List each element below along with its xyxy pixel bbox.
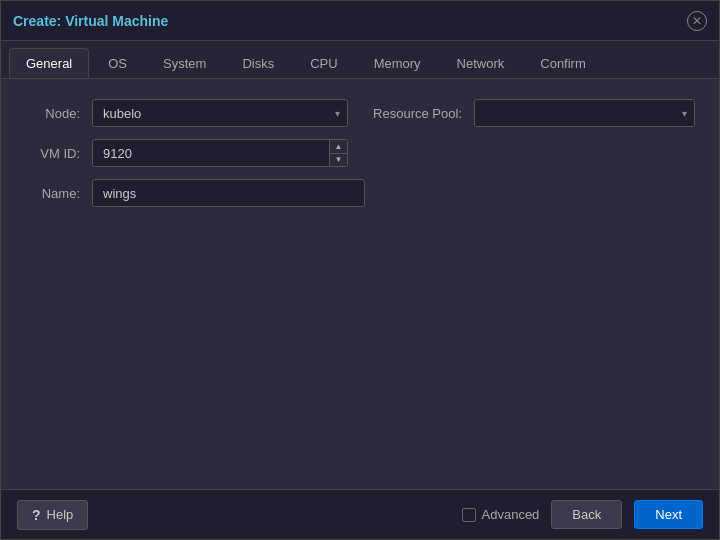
advanced-text: Advanced	[482, 507, 540, 522]
tab-memory[interactable]: Memory	[357, 48, 438, 78]
help-label: Help	[47, 507, 74, 522]
vmid-label: VM ID:	[25, 146, 80, 161]
vmid-spin-up[interactable]: ▲	[330, 140, 347, 154]
advanced-label: Advanced	[462, 507, 540, 522]
vmid-spinner: ▲ ▼	[329, 140, 347, 166]
window-title: Create: Virtual Machine	[13, 13, 168, 29]
close-button[interactable]: ✕	[687, 11, 707, 31]
help-button[interactable]: ? Help	[17, 500, 88, 530]
advanced-checkbox[interactable]	[462, 508, 476, 522]
tab-system[interactable]: System	[146, 48, 223, 78]
title-bar: Create: Virtual Machine ✕	[1, 1, 719, 41]
tab-os[interactable]: OS	[91, 48, 144, 78]
name-control	[92, 179, 365, 207]
resource-pool-label: Resource Pool:	[372, 106, 462, 121]
resource-pool-row: Resource Pool: ▾	[372, 99, 695, 127]
vmid-row: VM ID: ▲ ▼	[25, 139, 348, 167]
resource-pool-control: ▾	[474, 99, 695, 127]
node-label: Node:	[25, 106, 80, 121]
node-row: Node: kubelo ▾	[25, 99, 348, 127]
vmid-spin-down[interactable]: ▼	[330, 154, 347, 167]
tab-bar: General OS System Disks CPU Memory Netwo…	[1, 41, 719, 79]
tab-general[interactable]: General	[9, 48, 89, 78]
tab-cpu[interactable]: CPU	[293, 48, 354, 78]
tab-disks[interactable]: Disks	[225, 48, 291, 78]
node-control: kubelo ▾	[92, 99, 348, 127]
vmid-control: ▲ ▼	[92, 139, 348, 167]
back-button[interactable]: Back	[551, 500, 622, 529]
next-button[interactable]: Next	[634, 500, 703, 529]
footer-right: Advanced Back Next	[462, 500, 703, 529]
form-grid: Node: kubelo ▾ Resource Pool: ▾	[25, 99, 695, 167]
name-row: Name:	[25, 179, 365, 207]
tab-confirm[interactable]: Confirm	[523, 48, 603, 78]
content-area: Node: kubelo ▾ Resource Pool: ▾	[1, 79, 719, 489]
footer: ? Help Advanced Back Next	[1, 489, 719, 539]
window: Create: Virtual Machine ✕ General OS Sys…	[0, 0, 720, 540]
name-label: Name:	[25, 186, 80, 201]
tab-network[interactable]: Network	[440, 48, 522, 78]
question-icon: ?	[32, 507, 41, 523]
node-select[interactable]: kubelo	[92, 99, 348, 127]
resource-pool-select[interactable]	[474, 99, 695, 127]
vmid-input[interactable]	[92, 139, 348, 167]
name-input[interactable]	[92, 179, 365, 207]
